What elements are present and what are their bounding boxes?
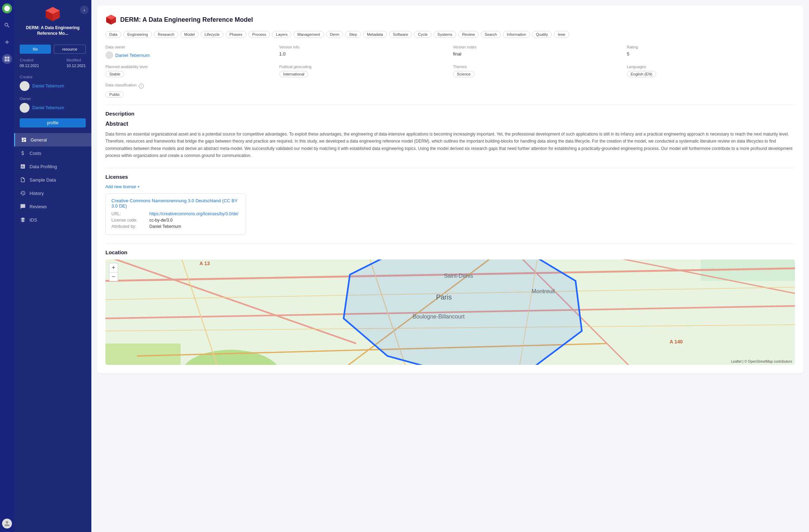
planned-availability-label: Planned availability level	[105, 65, 274, 69]
sidebar: ‹ DERM: A Data Engineering Reference Mo.…	[14, 0, 91, 532]
owner-user: Daniel Tebernum	[20, 103, 86, 113]
user-avatar-icon[interactable]	[2, 519, 12, 528]
url-label: URL:	[111, 211, 147, 216]
tag-item[interactable]: Process	[248, 31, 270, 38]
owner-avatar	[20, 103, 30, 113]
tag-item[interactable]: Research	[154, 31, 178, 38]
creator-user: Daniel Tebernum	[20, 81, 86, 91]
license-url-row: URL: https://creativecommons.org/license…	[111, 211, 240, 216]
tag-item[interactable]: Step	[345, 31, 361, 38]
data-owner-field: Data owner Daniel Tebernum	[105, 45, 274, 59]
data-owner-label: Data owner	[105, 45, 274, 49]
owner-label: Owner	[20, 97, 86, 101]
profile-button[interactable]: profile	[20, 118, 86, 127]
sidebar-actions: file resource	[14, 42, 91, 57]
sidebar-label-general: General	[31, 137, 47, 143]
general-icon	[21, 137, 27, 143]
tag-item[interactable]: Search	[481, 31, 501, 38]
languages-label: Languages	[627, 65, 795, 69]
planned-availability-value: Stable	[105, 71, 124, 77]
search-icon-btn[interactable]	[2, 20, 12, 30]
languages-value: English (EN)	[627, 71, 656, 77]
licenses-section: Licenses Add new license + Creative Comm…	[105, 174, 795, 235]
version-info-field: Version info 1.0	[279, 45, 448, 59]
history-icon	[20, 190, 26, 196]
sidebar-item-general[interactable]: General	[14, 133, 91, 146]
sidebar-label-reviews: Reviews	[30, 204, 47, 209]
sidebar-resource-title: DERM: A Data Engineering Reference Mo...	[20, 25, 86, 36]
profiling-icon	[20, 163, 26, 170]
creator-name[interactable]: Daniel Tebernum	[32, 84, 64, 88]
app-logo[interactable]	[2, 4, 12, 13]
tag-item[interactable]: Information	[503, 31, 530, 38]
grid-icon-btn[interactable]	[2, 54, 12, 64]
political-geocoding-value: International	[279, 71, 309, 77]
version-notes-field: Version notes final	[453, 45, 621, 59]
sidebar-collapse-button[interactable]: ‹	[80, 6, 89, 14]
creator-avatar	[20, 81, 30, 91]
tag-item[interactable]: Layers	[272, 31, 291, 38]
tag-item[interactable]: Software	[389, 31, 412, 38]
sidebar-item-reviews[interactable]: Reviews	[14, 200, 91, 213]
data-owner-value: Daniel Tebernum	[105, 51, 274, 59]
modified-value: 10.12.2021	[66, 64, 86, 68]
themes-value: Science	[453, 71, 474, 77]
themes-field: Themes Science	[453, 65, 621, 77]
tag-item[interactable]: Management	[293, 31, 324, 38]
license-url-link[interactable]: https://creativecommons.org/licenses/by/…	[149, 211, 238, 216]
tag-item[interactable]: Model	[180, 31, 199, 38]
political-geocoding-label: Political geocoding	[279, 65, 448, 69]
data-owner-name[interactable]: Daniel Tebernum	[115, 53, 150, 58]
code-value: cc-by-de/3.0	[149, 218, 173, 223]
rating-value: 5	[627, 51, 795, 57]
sidebar-label-sample-data: Sample Data	[30, 177, 56, 183]
version-notes-label: Version notes	[453, 45, 621, 49]
map-zoom-in-button[interactable]: +	[109, 263, 118, 272]
tag-item[interactable]: Metadata	[363, 31, 387, 38]
location-divider	[105, 243, 795, 244]
sample-icon	[20, 177, 26, 183]
sidebar-item-history[interactable]: History	[14, 186, 91, 200]
tag-item[interactable]: Engineering	[123, 31, 152, 38]
resource-header: DERM: A Data Engineering Reference Model	[105, 14, 795, 25]
sidebar-item-costs[interactable]: Costs	[14, 146, 91, 160]
map-zoom-out-button[interactable]: −	[109, 272, 118, 281]
sidebar-item-ids[interactable]: IDS	[14, 213, 91, 226]
description-divider	[105, 105, 795, 105]
map-zoom-controls: + −	[109, 263, 118, 281]
tag-item[interactable]: Quality	[532, 31, 552, 38]
tag-item[interactable]: Cycle	[414, 31, 432, 38]
map-svg: Paris Boulogne-Billancourt Saint-Denis M…	[105, 260, 795, 365]
tag-item[interactable]: Systems	[434, 31, 456, 38]
tag-item[interactable]: Derm	[326, 31, 343, 38]
icon-bar	[0, 0, 14, 532]
sidebar-label-data-profiling: Data Profiling	[30, 164, 57, 169]
owner-name[interactable]: Daniel Tebernum	[32, 105, 64, 110]
sidebar-item-sample-data[interactable]: Sample Data	[14, 173, 91, 186]
licenses-section-title: Licenses	[105, 174, 795, 180]
attributed-value: Daniel Tebernum	[149, 224, 181, 229]
license-name: Creative Commons Namensnennung 3.0 Deuts…	[111, 198, 240, 209]
plus-icon-btn[interactable]	[2, 37, 12, 47]
tag-item[interactable]: Data	[105, 31, 121, 38]
description-section-title: Description	[105, 111, 795, 117]
tag-item[interactable]: Lifecycle	[201, 31, 224, 38]
created-value: 09.12.2021	[20, 64, 39, 68]
tag-item[interactable]: Ieee	[554, 31, 569, 38]
tag-item[interactable]: Review	[458, 31, 479, 38]
file-button[interactable]: file	[20, 45, 51, 54]
svg-rect-9	[105, 343, 181, 365]
languages-field: Languages English (EN)	[627, 65, 795, 77]
rating-field: Rating 5	[627, 45, 795, 59]
sidebar-item-data-profiling[interactable]: Data Profiling	[14, 160, 91, 173]
version-info-label: Version info	[279, 45, 448, 49]
costs-icon	[20, 150, 26, 156]
tag-item[interactable]: Phases	[226, 31, 246, 38]
add-license-link[interactable]: Add new license +	[105, 184, 140, 189]
planned-availability-field: Planned availability level Stable	[105, 65, 274, 77]
resource-button[interactable]: resource	[54, 45, 86, 54]
data-classification-value: Public	[105, 91, 124, 98]
data-classification-label: Data classification	[105, 83, 137, 87]
resource-title-cube-icon	[105, 14, 117, 25]
svg-text:A 13: A 13	[200, 261, 210, 266]
